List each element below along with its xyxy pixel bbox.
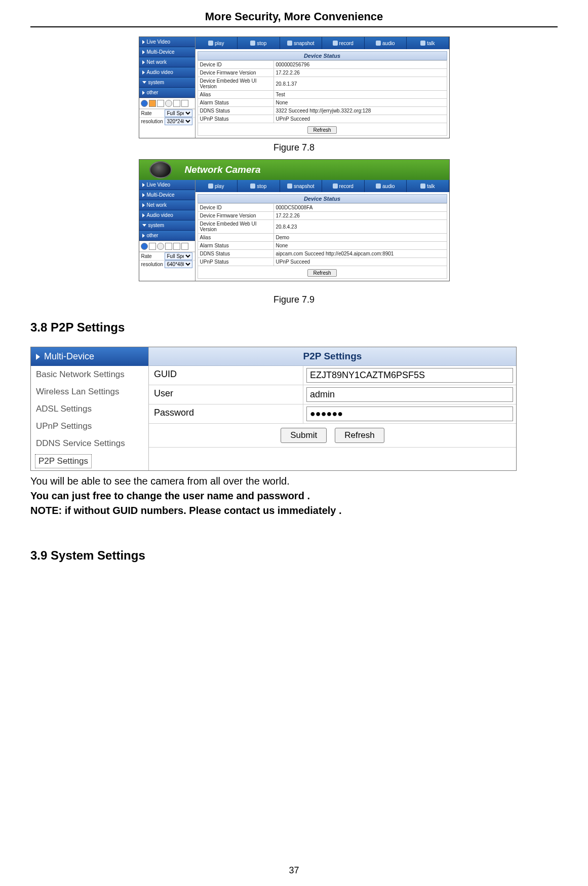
sidebar-item[interactable]: P2P Settings: [35, 454, 92, 468]
tool-icon[interactable]: [181, 243, 188, 250]
device-status-table: Device ID000DC5D008FADevice Firmware Ver…: [198, 203, 447, 266]
toolbar-button-snapshot[interactable]: snapshot: [280, 180, 323, 192]
body-text-line: You will be able to see the camera from …: [30, 474, 558, 489]
sidebar-item[interactable]: Audio video: [139, 67, 195, 78]
guid-input[interactable]: [306, 368, 513, 383]
status-key: Device ID: [198, 61, 273, 69]
refresh-button[interactable]: Refresh: [307, 126, 336, 134]
triangle-right-icon: [142, 193, 145, 197]
sidebar-item[interactable]: system: [139, 220, 195, 231]
status-value: None: [273, 242, 447, 250]
tool-icon[interactable]: [149, 100, 156, 107]
toolbar-button-label: talk: [427, 183, 435, 189]
user-input[interactable]: [306, 387, 513, 402]
body-text-line: NOTE: if without GUID numbers. Please co…: [30, 503, 558, 518]
rate-select[interactable]: Full Speed: [165, 252, 192, 260]
figure-7-8-panel: Live VideoMulti-DeviceNet workAudio vide…: [139, 36, 450, 138]
tool-icon[interactable]: [173, 100, 180, 107]
sidebar-item[interactable]: other: [139, 231, 195, 241]
sidebar-item[interactable]: system: [139, 78, 195, 88]
sidebar-item[interactable]: other: [139, 88, 195, 98]
toolbar-button-label: snapshot: [294, 183, 315, 189]
rate-select[interactable]: Full Speed: [165, 109, 192, 117]
tool-icon[interactable]: [165, 100, 172, 107]
record-icon: [333, 183, 338, 189]
page-header: More Security, More Convenience: [30, 10, 558, 27]
triangle-down-icon: [142, 81, 146, 84]
tool-icon[interactable]: [173, 243, 180, 250]
p2p-title: P2P Settings: [149, 347, 516, 366]
table-row: Device Embeded Web UI Version20.8.4.23: [198, 220, 447, 234]
guid-label: GUID: [149, 366, 303, 385]
toolbar-button-audio[interactable]: audio: [365, 37, 407, 49]
sidebar-item[interactable]: Live Video: [139, 37, 195, 47]
sidebar-item[interactable]: UPnP Settings: [31, 418, 148, 435]
sidebar-item[interactable]: Basic Network Settings: [31, 366, 148, 383]
toolbar-button-record[interactable]: record: [322, 37, 365, 49]
view-tools-row: [139, 241, 195, 252]
triangle-right-icon: [142, 60, 145, 64]
sidebar-item[interactable]: Wireless Lan Settings: [31, 383, 148, 400]
toolbar-button-talk[interactable]: talk: [407, 180, 449, 192]
sidebar-item[interactable]: Live Video: [139, 180, 195, 190]
sidebar-item[interactable]: Multi-Device: [139, 47, 195, 57]
sidebar-item-label: Live Video: [147, 182, 171, 188]
sidebar-item[interactable]: Multi-Device: [139, 190, 195, 200]
sidebar-item[interactable]: Audio video: [139, 210, 195, 220]
resolution-label: resolution: [139, 118, 165, 125]
status-value: 20.8.1.37: [273, 77, 447, 91]
sidebar-item[interactable]: Net work: [139, 57, 195, 67]
sidebar-item[interactable]: DDNS Service Settings: [31, 435, 148, 452]
toolbar-button-play[interactable]: play: [195, 180, 238, 192]
sidebar-item-label: Multi-Device: [147, 192, 175, 198]
toolbar-button-label: talk: [427, 41, 435, 46]
toolbar-button-talk[interactable]: talk: [407, 37, 449, 49]
tool-icon[interactable]: [141, 243, 148, 250]
toolbar-button-play[interactable]: play: [195, 37, 238, 49]
tool-icon[interactable]: [157, 243, 164, 250]
status-value: Test: [273, 91, 447, 99]
toolbar-button-stop[interactable]: stop: [238, 180, 280, 192]
triangle-right-icon: [142, 234, 145, 238]
toolbar-button-audio[interactable]: audio: [365, 180, 407, 192]
resolution-select[interactable]: 320*240: [165, 118, 192, 125]
toolbar-button-label: record: [339, 183, 354, 189]
sidebar-item[interactable]: Net work: [139, 200, 195, 210]
sidebar-item[interactable]: ADSL Settings: [31, 400, 148, 418]
triangle-right-icon: [142, 70, 145, 75]
body-text-line: You can just free to change the user nam…: [30, 489, 558, 503]
refresh-button[interactable]: Refresh: [335, 428, 384, 443]
sidebar-header-text: Multi-Device: [44, 351, 94, 362]
toolbar-button-snapshot[interactable]: snapshot: [280, 37, 323, 49]
toolbar-button-label: audio: [382, 183, 395, 189]
table-row: DDNS Statusaipcam.com Succeed http://e02…: [198, 250, 447, 258]
status-key: Device Firmware Version: [198, 69, 273, 77]
sidebar-item-label: Audio video: [147, 69, 173, 75]
tool-icon[interactable]: [157, 100, 164, 107]
tool-icon[interactable]: [141, 100, 148, 107]
resolution-select[interactable]: 640*480: [165, 261, 192, 268]
play-icon: [208, 183, 213, 189]
toolbar-button-label: stop: [257, 41, 266, 46]
triangle-right-icon: [142, 91, 145, 95]
table-row: UPnP StatusUPnP Succeed: [198, 258, 447, 266]
triangle-right-icon: [142, 40, 145, 44]
status-key: Device ID: [198, 204, 273, 212]
record-icon: [333, 41, 338, 46]
sidebar-header-multi-device[interactable]: Multi-Device: [31, 347, 148, 366]
table-row: AliasDemo: [198, 234, 447, 242]
figure-caption: Figure 7.9: [30, 294, 558, 305]
status-key: DDNS Status: [198, 107, 273, 115]
submit-button[interactable]: Submit: [281, 428, 327, 443]
toolbar-button-stop[interactable]: stop: [238, 37, 280, 49]
tool-icon[interactable]: [181, 100, 188, 107]
snapshot-icon: [287, 183, 292, 189]
sidebar-item-label: Net work: [147, 59, 167, 65]
toolbar-button-record[interactable]: record: [322, 180, 365, 192]
password-input[interactable]: [306, 407, 513, 421]
toolbar-button-label: record: [339, 41, 354, 46]
status-key: Device Embeded Web UI Version: [198, 77, 273, 91]
refresh-button[interactable]: Refresh: [307, 269, 336, 277]
tool-icon[interactable]: [165, 243, 172, 250]
tool-icon[interactable]: [149, 243, 156, 250]
